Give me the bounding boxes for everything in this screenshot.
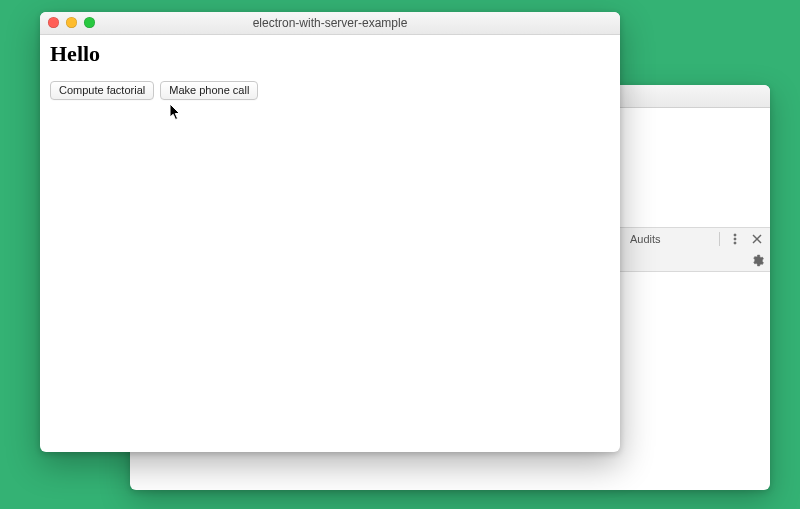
make-phone-call-button[interactable]: Make phone call bbox=[160, 81, 258, 100]
close-icon[interactable] bbox=[750, 232, 764, 246]
devtools-tab-audits[interactable]: Audits bbox=[630, 233, 661, 245]
gear-icon[interactable] bbox=[750, 253, 764, 267]
button-row: Compute factorial Make phone call bbox=[50, 81, 610, 100]
app-content: Hello Compute factorial Make phone call bbox=[40, 35, 620, 452]
kebab-menu-icon[interactable] bbox=[728, 232, 742, 246]
svg-point-0 bbox=[734, 234, 736, 236]
svg-point-1 bbox=[734, 238, 736, 240]
window-title: electron-with-server-example bbox=[40, 16, 620, 30]
compute-factorial-button[interactable]: Compute factorial bbox=[50, 81, 154, 100]
app-window: electron-with-server-example Hello Compu… bbox=[40, 12, 620, 452]
window-controls bbox=[48, 17, 95, 28]
window-minimize-button[interactable] bbox=[66, 17, 77, 28]
window-close-button[interactable] bbox=[48, 17, 59, 28]
app-titlebar: electron-with-server-example bbox=[40, 12, 620, 35]
page-heading: Hello bbox=[50, 41, 610, 67]
svg-point-2 bbox=[734, 242, 736, 244]
devtools-separator bbox=[719, 232, 720, 246]
window-zoom-button[interactable] bbox=[84, 17, 95, 28]
